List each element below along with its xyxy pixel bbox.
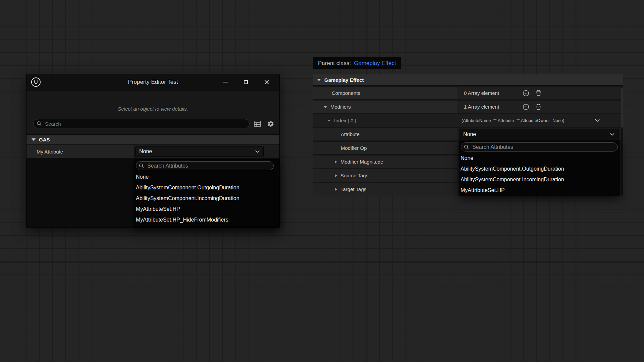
combobox-value: None	[139, 148, 152, 155]
settings-gear-icon[interactable]	[267, 120, 274, 127]
attribute-name-cell[interactable]: Attribute	[313, 128, 457, 140]
parent-class-tooltip: Parent class: Gameplay Effect	[313, 57, 401, 69]
collapse-arrow-icon	[32, 138, 36, 141]
close-icon	[264, 79, 269, 85]
attribute-combobox[interactable]: None	[459, 129, 619, 139]
empty-details-message: Select an object to view details.	[26, 106, 279, 112]
index-0-row: Index [ 0 ] (AttributeName="",Attribute=…	[313, 114, 623, 127]
dropdown-search-box[interactable]	[136, 161, 274, 170]
search-icon	[464, 144, 469, 150]
category-header-gas[interactable]: GAS	[26, 134, 279, 145]
category-label: GAS	[39, 137, 50, 142]
dropdown-item-none[interactable]: None	[459, 153, 620, 164]
attribute-dropdown-menu: None AbilitySystemComponent.OutgoingDura…	[134, 159, 279, 227]
modifiers-value-cell: 1 Array element	[457, 101, 623, 113]
my-attribute-combobox[interactable]: None	[135, 146, 264, 157]
expand-arrow-icon	[327, 120, 331, 122]
window-titlebar[interactable]: Property Editor Test	[26, 74, 279, 90]
modifier-op-name-cell[interactable]: Modifier Op	[313, 142, 457, 154]
source-tags-name-cell[interactable]: Source Tags	[313, 169, 457, 182]
attribute-value-cell: None	[457, 128, 623, 140]
expand-arrow-icon	[335, 160, 337, 164]
dropdown-item-hp-hidefrommodifiers[interactable]: MyAttributeSet.HP_HideFromModifiers	[135, 215, 279, 225]
parent-class-label: Parent class:	[318, 60, 351, 67]
expand-arrow-icon	[324, 106, 327, 108]
minimize-icon	[223, 82, 228, 82]
dropdown-item-incoming-duration[interactable]: AbilitySystemComponent.IncomingDuration	[135, 193, 279, 204]
expand-arrow-icon	[335, 188, 337, 191]
add-element-icon[interactable]	[523, 104, 529, 110]
modifiers-row: Modifiers 1 Array element	[313, 101, 623, 113]
array-count-text: 1 Array element	[457, 104, 499, 110]
dropdown-item-outgoing-duration[interactable]: AbilitySystemComponent.OutgoingDuration	[459, 164, 620, 174]
dropdown-item-none[interactable]: None	[135, 172, 279, 182]
dropdown-item-incoming-duration[interactable]: AbilitySystemComponent.IncomingDuration	[459, 174, 620, 185]
view-options-icon[interactable]	[254, 121, 261, 127]
array-count-text: 0 Array element	[457, 90, 499, 96]
category-label: Gameplay Effect	[324, 77, 364, 83]
parent-class-link[interactable]: Gameplay Effect	[354, 60, 396, 67]
attribute-dropdown-menu: None AbilitySystemComponent.OutgoingDura…	[459, 140, 620, 196]
components-row: Components 0 Array element	[313, 87, 623, 99]
chevron-down-icon	[595, 119, 600, 122]
add-element-icon[interactable]	[523, 90, 529, 97]
attribute-row: Attribute None	[313, 128, 623, 140]
modifiers-name-cell[interactable]: Modifiers	[313, 101, 457, 113]
property-name-label: My Attribute	[37, 149, 63, 155]
minimize-button[interactable]	[220, 77, 230, 87]
dropdown-item-outgoing-duration[interactable]: AbilitySystemComponent.OutgoingDuration	[135, 182, 279, 193]
struct-value-text: (AttributeName="",Attribute="",Attribute…	[457, 118, 564, 123]
chevron-down-icon	[255, 150, 260, 153]
index-0-name-cell[interactable]: Index [ 0 ]	[313, 114, 457, 127]
details-empty-area: Select an object to view details.	[26, 90, 279, 134]
target-tags-name-cell[interactable]: Target Tags	[313, 183, 457, 195]
maximize-icon	[244, 80, 248, 84]
search-icon	[37, 121, 42, 126]
expand-arrow-icon	[335, 174, 337, 177]
window-controls	[220, 77, 279, 87]
search-box[interactable]	[33, 119, 250, 128]
combobox-value: None	[463, 131, 476, 137]
property-name-cell[interactable]: My Attribute	[26, 145, 135, 158]
unreal-logo-icon	[31, 77, 41, 87]
collapse-arrow-icon	[317, 79, 321, 81]
dropdown-search-input[interactable]	[472, 144, 618, 150]
category-header-gameplay-effect[interactable]: Gameplay Effect	[313, 74, 623, 85]
search-icon	[139, 163, 144, 169]
property-value-cell: None	[135, 145, 279, 158]
components-name-cell[interactable]: Components	[313, 87, 457, 99]
clear-array-trash-icon[interactable]	[536, 104, 541, 110]
chevron-down-icon	[610, 133, 614, 136]
index-0-value-cell[interactable]: (AttributeName="",Attribute="",Attribute…	[457, 114, 623, 127]
modifier-magnitude-name-cell[interactable]: Modifier Magnitude	[313, 156, 457, 168]
my-attribute-row: My Attribute None	[26, 145, 279, 158]
components-value-cell: 0 Array element	[457, 87, 623, 99]
close-button[interactable]	[261, 77, 272, 87]
search-input[interactable]	[44, 121, 249, 127]
dropdown-item-hp[interactable]: MyAttributeSet.HP	[135, 204, 279, 215]
dropdown-search-box[interactable]	[461, 142, 618, 152]
dropdown-search-input[interactable]	[147, 163, 273, 169]
clear-array-trash-icon[interactable]	[536, 90, 541, 96]
dropdown-item-hp[interactable]: MyAttributeSet.HP	[459, 185, 620, 196]
scrollbar-thumb[interactable]	[621, 87, 623, 128]
maximize-button[interactable]	[240, 77, 251, 87]
details-scrollbar[interactable]	[621, 87, 623, 195]
search-row	[33, 119, 274, 128]
